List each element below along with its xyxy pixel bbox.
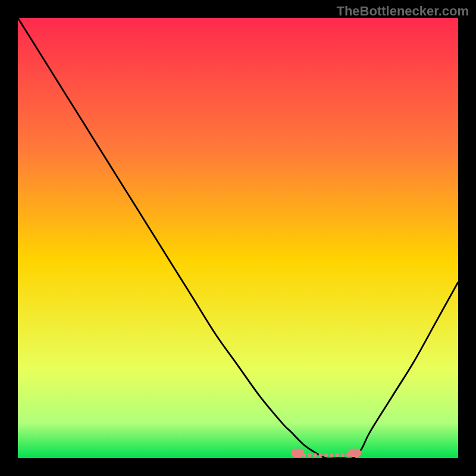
watermark-text: TheBottlenecker.com — [336, 4, 469, 19]
dot-marker — [302, 453, 306, 457]
highlight-segment — [348, 449, 361, 457]
dot-marker — [330, 453, 333, 457]
chart-svg — [18, 18, 458, 458]
dot-marker — [319, 453, 322, 457]
gradient-background — [18, 18, 458, 458]
dot-marker — [324, 453, 328, 457]
dot-marker — [313, 453, 317, 457]
dot-marker — [335, 453, 339, 457]
dot-marker — [341, 453, 345, 457]
dotted-region — [302, 453, 350, 457]
dot-marker — [308, 453, 311, 457]
highlight-segment — [291, 449, 304, 457]
chart-area — [18, 18, 458, 458]
dot-marker — [346, 453, 350, 457]
